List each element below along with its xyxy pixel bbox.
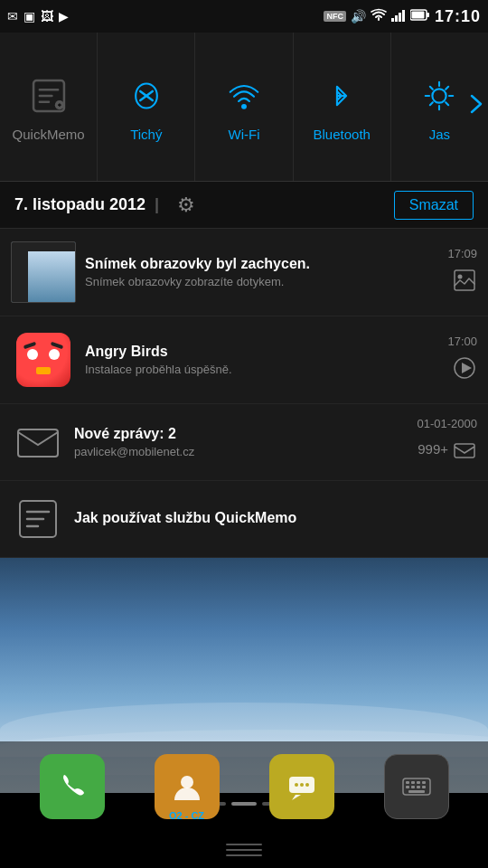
svg-rect-39 bbox=[422, 786, 426, 788]
carrier-label: O2 - CZ bbox=[155, 810, 220, 821]
dock-contacts[interactable]: O2 - CZ bbox=[155, 754, 220, 819]
contacts-icon bbox=[170, 769, 204, 804]
svg-rect-35 bbox=[422, 781, 426, 784]
nav-line-2 bbox=[226, 849, 262, 851]
status-bar: ✉ ▣ 🖼 ▶ NFC 🔊 bbox=[0, 0, 488, 33]
notification-screenshot-right: 17:09 bbox=[423, 247, 477, 297]
mail-action-icon[interactable] bbox=[452, 438, 477, 467]
notification-mail-content: Nové zprávy: 2 pavlicek@mobilenet.cz bbox=[74, 426, 418, 458]
svg-line-18 bbox=[430, 102, 433, 105]
svg-rect-38 bbox=[417, 786, 420, 788]
memo-icon: ▣ bbox=[23, 9, 35, 24]
notification-angrybirds-time: 17:00 bbox=[447, 335, 477, 348]
mail-count: 999+ bbox=[418, 441, 448, 457]
qs-quickmemo-label: QuickMemo bbox=[13, 127, 85, 142]
brightness-icon bbox=[416, 72, 463, 119]
nfc-badge: NFC bbox=[324, 11, 346, 22]
status-icons-left: ✉ ▣ 🖼 ▶ bbox=[7, 9, 69, 24]
battery-icon bbox=[410, 9, 430, 24]
wifi-qs-icon bbox=[221, 72, 267, 119]
nav-indicator bbox=[226, 844, 262, 856]
qs-quickmemo[interactable]: QuickMemo bbox=[0, 33, 98, 181]
settings-gear-icon[interactable]: ⚙ bbox=[177, 193, 195, 217]
wifi-signal-icon bbox=[371, 8, 387, 25]
quickmemo-icon bbox=[25, 72, 72, 119]
notification-screenshot-time: 17:09 bbox=[447, 247, 477, 260]
mail-icon-wrap bbox=[11, 415, 65, 469]
qs-bluetooth[interactable]: Bluetooth bbox=[294, 33, 391, 181]
status-icons-right: NFC 🔊 17:10 bbox=[324, 7, 481, 26]
status-time: 17:10 bbox=[435, 7, 481, 26]
qs-tichy[interactable]: Tichý bbox=[98, 33, 195, 181]
gallery-icon: 🖼 bbox=[41, 9, 53, 24]
sms-icon bbox=[285, 769, 319, 804]
notification-quickmemo-title: Jak používat službu QuickMemo bbox=[74, 510, 477, 526]
svg-rect-3 bbox=[402, 10, 405, 22]
svg-rect-1 bbox=[395, 15, 398, 22]
quick-settings-bar: QuickMemo Tichý Wi-Fi bbox=[0, 33, 488, 182]
svg-marker-22 bbox=[462, 363, 472, 373]
nav-bar bbox=[0, 832, 488, 868]
date-text: 7. listopadu 2012 bbox=[14, 195, 145, 214]
screenshot-preview bbox=[11, 241, 76, 303]
svg-point-28 bbox=[295, 783, 298, 787]
notification-quickmemo[interactable]: Jak používat službu QuickMemo bbox=[0, 481, 488, 558]
date-section: 7. listopadu 2012 | ⚙ bbox=[14, 193, 195, 217]
quickmemo-notif-icon-wrap bbox=[11, 492, 65, 546]
svg-point-10 bbox=[433, 89, 446, 102]
dock: O2 - CZ bbox=[0, 741, 488, 832]
svg-point-29 bbox=[300, 783, 304, 787]
svg-rect-37 bbox=[411, 786, 415, 788]
svg-rect-2 bbox=[399, 13, 401, 22]
volume-icon: 🔊 bbox=[351, 9, 366, 24]
svg-point-20 bbox=[458, 275, 463, 279]
dock-keyboard[interactable] bbox=[384, 754, 449, 819]
svg-rect-33 bbox=[411, 781, 415, 784]
qs-wifi[interactable]: Wi-Fi bbox=[195, 33, 293, 181]
date-bar: 7. listopadu 2012 | ⚙ Smazat bbox=[0, 182, 488, 229]
svg-rect-36 bbox=[406, 786, 409, 788]
angrybirds-icon-wrap bbox=[11, 327, 76, 392]
svg-line-15 bbox=[430, 86, 433, 89]
notification-mail-time: 01-01-2000 bbox=[418, 417, 478, 430]
svg-rect-24 bbox=[455, 444, 474, 458]
notification-angrybirds-right: 17:00 bbox=[423, 335, 477, 385]
notification-angrybirds-content: Angry Birds Instalace proběhla úspěšně. bbox=[85, 344, 423, 376]
svg-rect-23 bbox=[18, 429, 58, 457]
quickmemo-notif-icon bbox=[13, 494, 63, 544]
dock-sms[interactable] bbox=[269, 754, 334, 819]
bluetooth-icon bbox=[318, 72, 365, 119]
qs-bluetooth-label: Bluetooth bbox=[314, 127, 371, 142]
dock-phone[interactable] bbox=[40, 754, 105, 819]
svg-rect-6 bbox=[411, 12, 424, 19]
notification-angrybirds-desc: Instalace proběhla úspěšně. bbox=[85, 363, 423, 376]
notifications-list: Snímek obrazovky byl zachycen. Snímek ob… bbox=[0, 229, 488, 558]
svg-line-16 bbox=[446, 102, 449, 105]
notification-mail[interactable]: Nové zprávy: 2 pavlicek@mobilenet.cz 01-… bbox=[0, 404, 488, 481]
notification-screenshot[interactable]: Snímek obrazovky byl zachycen. Snímek ob… bbox=[0, 229, 488, 316]
notification-mail-title: Nové zprávy: 2 bbox=[74, 426, 418, 442]
screenshot-action-icon[interactable] bbox=[452, 268, 477, 297]
signal-bars-icon bbox=[391, 9, 406, 24]
notification-mail-right: 01-01-2000 999+ bbox=[418, 417, 478, 467]
play-action-icon[interactable] bbox=[452, 355, 477, 385]
svg-rect-34 bbox=[417, 781, 420, 784]
svg-line-17 bbox=[446, 86, 449, 89]
svg-point-9 bbox=[241, 103, 247, 108]
notification-angrybirds[interactable]: Angry Birds Instalace proběhla úspěšně. … bbox=[0, 316, 488, 404]
notification-screenshot-title: Snímek obrazovky byl zachycen. bbox=[85, 256, 423, 272]
notification-angrybirds-title: Angry Birds bbox=[85, 344, 423, 360]
tichy-icon bbox=[123, 72, 170, 119]
qs-chevron-icon[interactable] bbox=[465, 90, 488, 123]
phone-icon bbox=[55, 769, 89, 804]
nav-line-1 bbox=[226, 844, 262, 845]
date-separator: | bbox=[155, 195, 159, 214]
clear-button[interactable]: Smazat bbox=[394, 191, 474, 220]
gmail-icon: ✉ bbox=[7, 9, 18, 24]
nav-line-3 bbox=[226, 854, 262, 856]
svg-point-30 bbox=[305, 783, 309, 787]
angrybirds-icon bbox=[16, 333, 70, 387]
svg-rect-32 bbox=[406, 781, 409, 784]
keyboard-icon bbox=[399, 769, 434, 804]
notification-screenshot-content: Snímek obrazovky byl zachycen. Snímek ob… bbox=[85, 256, 423, 288]
